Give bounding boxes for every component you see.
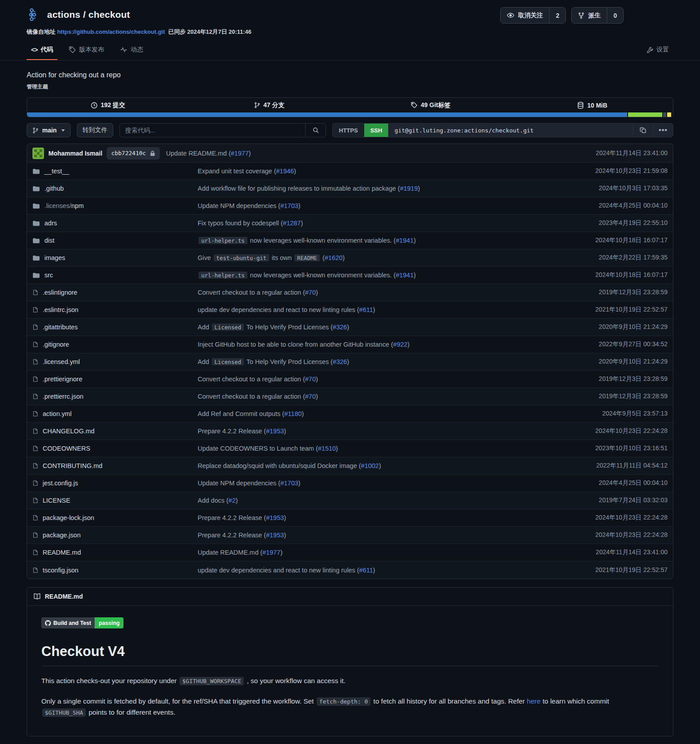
- file-name-link[interactable]: package.json: [43, 532, 80, 539]
- issue-link[interactable]: here: [527, 697, 541, 705]
- file-row[interactable]: .gitignore Inject GitHub host to be able…: [27, 336, 673, 353]
- issue-link[interactable]: #1510: [318, 445, 336, 452]
- tab-releases[interactable]: 版本发布: [64, 42, 108, 60]
- file-name-link[interactable]: jest.config.js: [43, 480, 78, 487]
- mirror-url-link[interactable]: https://github.com/actions/checkout.git: [57, 28, 165, 35]
- file-row[interactable]: .prettierrc.json Convert checkout to a r…: [27, 388, 673, 405]
- file-row[interactable]: package.json Prepare 4.2.2 Release (#195…: [27, 527, 673, 544]
- file-row[interactable]: action.yml Add Ref and Commit outputs (#…: [27, 405, 673, 423]
- issue-link[interactable]: #326: [333, 358, 347, 365]
- file-name-link[interactable]: CODEOWNERS: [43, 445, 90, 452]
- issue-link[interactable]: #70: [305, 376, 316, 383]
- file-name-link[interactable]: tsconfig.json: [43, 567, 79, 574]
- tab-activity[interactable]: 动态: [115, 42, 147, 60]
- file-row[interactable]: CHANGELOG.md Prepare 4.2.2 Release (#195…: [27, 423, 673, 440]
- search-button[interactable]: [305, 124, 326, 137]
- file-name-link[interactable]: .prettierrc.json: [43, 393, 84, 400]
- file-name-link[interactable]: .eslintrc.json: [43, 306, 79, 313]
- file-row[interactable]: dist url-helper.ts now leverages well-kn…: [27, 232, 673, 249]
- code-search-input[interactable]: [120, 127, 305, 134]
- ssh-clone-button[interactable]: SSH: [364, 124, 389, 137]
- file-row[interactable]: .eslintrc.json update dev dependencies a…: [27, 301, 673, 319]
- file-row[interactable]: .github Add workflow file for publishing…: [27, 180, 673, 197]
- file-name-link[interactable]: CHANGELOG.md: [43, 428, 95, 435]
- file-name-link[interactable]: __test__: [44, 168, 69, 175]
- file-name-link[interactable]: .github: [44, 185, 64, 192]
- file-name-link[interactable]: adrs: [44, 220, 57, 227]
- issue-link[interactable]: #1941: [396, 272, 414, 279]
- issue-link[interactable]: #1953: [266, 532, 284, 539]
- more-clone-options-button[interactable]: •••: [653, 124, 673, 137]
- file-row[interactable]: src url-helper.ts now leverages well-kno…: [27, 267, 673, 284]
- unwatch-button[interactable]: 取消关注 2: [500, 7, 566, 24]
- commit-author-name[interactable]: Mohammad Ismail: [48, 150, 102, 157]
- file-row[interactable]: README.md Update README.md (#1977) 2024年…: [27, 544, 673, 561]
- issue-link[interactable]: #1946: [276, 168, 294, 175]
- file-row[interactable]: __test__ Expand unit test coverage (#194…: [27, 163, 673, 180]
- tab-settings[interactable]: 设置: [642, 42, 673, 60]
- issue-link[interactable]: #70: [305, 393, 316, 400]
- file-row[interactable]: .prettierignore Convert checkout to a re…: [27, 371, 673, 388]
- file-name-link[interactable]: .licensed.yml: [43, 358, 80, 365]
- file-row[interactable]: .gitattributes Add Licensed To Help Veri…: [27, 319, 673, 336]
- issue-link[interactable]: #1977: [231, 150, 249, 157]
- forks-count[interactable]: 0: [607, 8, 623, 23]
- file-row[interactable]: package-lock.json Prepare 4.2.2 Release …: [27, 509, 673, 527]
- commit-author-avatar[interactable]: [32, 148, 44, 159]
- file-row[interactable]: .licenses/npm Update NPM dependencies (#…: [27, 197, 673, 215]
- issue-link[interactable]: #1941: [396, 237, 414, 244]
- build-status-badge[interactable]: Build and Test passing: [41, 617, 123, 628]
- fork-button[interactable]: 派生 0: [571, 7, 624, 24]
- issue-link[interactable]: #611: [359, 567, 373, 574]
- issue-link[interactable]: #70: [305, 289, 316, 296]
- file-name-link[interactable]: README.md: [43, 549, 81, 556]
- issue-link[interactable]: #1977: [262, 549, 280, 556]
- file-row[interactable]: images Give test-ubuntu-git its own READ…: [27, 249, 673, 267]
- size-stat[interactable]: 10 MiB: [512, 98, 673, 112]
- issue-link[interactable]: #1180: [284, 410, 302, 417]
- commit-hash-chip[interactable]: cbb722410c: [107, 147, 159, 160]
- repo-title[interactable]: actions / checkout: [47, 9, 130, 20]
- file-name-link[interactable]: dist: [44, 237, 55, 244]
- file-name-link[interactable]: src: [44, 272, 53, 279]
- branches-stat[interactable]: 47 分支: [189, 98, 350, 112]
- file-name-link[interactable]: .gitattributes: [43, 324, 78, 331]
- commits-stat[interactable]: 192 提交: [27, 98, 189, 112]
- watchers-count[interactable]: 2: [549, 8, 565, 23]
- issue-link[interactable]: #611: [359, 306, 373, 313]
- file-name-link[interactable]: CONTRIBUTING.md: [43, 462, 103, 469]
- issue-link[interactable]: #326: [333, 324, 347, 331]
- issue-link[interactable]: #1002: [361, 462, 379, 469]
- issue-link[interactable]: #922: [393, 341, 407, 348]
- file-row[interactable]: CODEOWNERS Update CODEOWNERS to Launch t…: [27, 440, 673, 457]
- issue-link[interactable]: #1703: [280, 480, 298, 487]
- file-name-link[interactable]: LICENSE: [43, 497, 70, 504]
- file-name-link[interactable]: .eslintignore: [43, 289, 77, 296]
- branch-selector[interactable]: main: [27, 123, 71, 137]
- copy-clone-url-button[interactable]: [633, 124, 653, 137]
- issue-link[interactable]: #1287: [283, 220, 301, 227]
- file-name-link[interactable]: package-lock.json: [43, 514, 94, 521]
- file-row[interactable]: LICENSE Add docs (#2) 2019年7月24日 03:32:0…: [27, 492, 673, 509]
- file-name-link[interactable]: images: [44, 254, 65, 261]
- file-name-link[interactable]: .gitignore: [43, 341, 69, 348]
- file-name-link[interactable]: action.yml: [43, 410, 72, 417]
- manage-topics-link[interactable]: 管理主题: [27, 79, 673, 91]
- issue-link[interactable]: #1919: [400, 185, 418, 192]
- issue-link[interactable]: #1953: [266, 428, 284, 435]
- file-row[interactable]: .eslintignore Convert checkout to a regu…: [27, 284, 673, 301]
- issue-link[interactable]: #2: [228, 497, 235, 504]
- language-bar[interactable]: [27, 112, 673, 117]
- file-row[interactable]: adrs Fix typos found by codespell (#1287…: [27, 215, 673, 232]
- file-row[interactable]: tsconfig.json update dev dependencies an…: [27, 561, 673, 579]
- goto-file-button[interactable]: 转到文件: [77, 123, 113, 137]
- file-row[interactable]: .licensed.yml Add Licensed To Help Verif…: [27, 353, 673, 371]
- https-clone-button[interactable]: HTTPS: [333, 124, 364, 137]
- file-row[interactable]: jest.config.js Update NPM dependencies (…: [27, 475, 673, 492]
- clone-url-input[interactable]: [388, 124, 633, 137]
- issue-link[interactable]: #1703: [280, 202, 298, 209]
- issue-link[interactable]: #1953: [266, 514, 284, 521]
- file-name-link[interactable]: npm: [71, 202, 84, 209]
- issue-link[interactable]: #1620: [325, 254, 342, 261]
- file-row[interactable]: CONTRIBUTING.md Replace datadog/squid wi…: [27, 457, 673, 475]
